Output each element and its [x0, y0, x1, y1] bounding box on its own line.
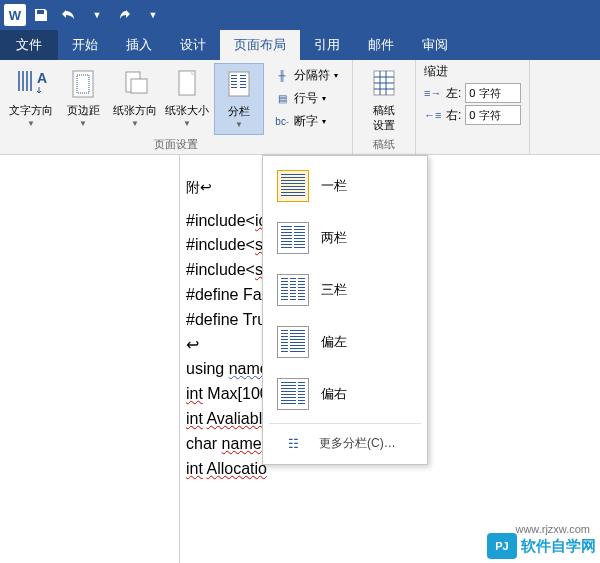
menu-separator: [269, 423, 421, 424]
indent-left-icon: ≡→: [424, 87, 442, 99]
svg-rect-13: [240, 78, 246, 79]
qat-customize[interactable]: ▼: [140, 2, 166, 28]
ribbon-tabs: 文件 开始 插入 设计 页面布局 引用 邮件 审阅: [0, 30, 600, 60]
title-bar: W ▼ ▼: [0, 0, 600, 30]
columns-more-icon: ☷: [277, 437, 309, 451]
size-icon: [171, 65, 203, 101]
indent-header: 缩进: [424, 63, 521, 80]
svg-rect-10: [231, 84, 237, 85]
columns-right[interactable]: 偏右: [263, 368, 427, 420]
columns-dropdown-menu: 一栏 两栏 三栏 偏左 偏右 ☷ 更多分栏(C)…: [262, 155, 428, 465]
columns-one-icon: [277, 170, 309, 202]
text-direction-icon: A: [15, 65, 47, 101]
tab-insert[interactable]: 插入: [112, 30, 166, 60]
hyphenation-label: 断字: [294, 113, 318, 130]
columns-left-icon: [277, 326, 309, 358]
tab-review[interactable]: 审阅: [408, 30, 462, 60]
indent-left-label: 左:: [446, 85, 461, 102]
word-icon: W: [4, 4, 26, 26]
undo-dropdown[interactable]: ▼: [84, 2, 110, 28]
manuscript-group: 稿纸 设置 稿纸: [353, 60, 416, 154]
watermark: PJ 软件自学网: [487, 533, 596, 559]
columns-three[interactable]: 三栏: [263, 264, 427, 316]
columns-left[interactable]: 偏左: [263, 316, 427, 368]
line-numbers-button[interactable]: ▤ 行号 ▾: [270, 88, 342, 109]
indent-group: 缩进 ≡→ 左: ←≡ 右:: [416, 60, 530, 154]
text-direction-button[interactable]: A 文字方向 ▼: [6, 63, 56, 135]
columns-three-icon: [277, 274, 309, 306]
size-label: 纸张大小: [165, 103, 209, 118]
svg-rect-14: [240, 81, 246, 82]
columns-one[interactable]: 一栏: [263, 160, 427, 212]
save-button[interactable]: [28, 2, 54, 28]
columns-more[interactable]: ☷ 更多分栏(C)…: [263, 427, 427, 460]
margins-icon: [67, 65, 99, 101]
text-direction-label: 文字方向: [9, 103, 53, 118]
dropdown-caret: ▾: [334, 71, 338, 80]
ribbon: A 文字方向 ▼ 页边距 ▼ 纸张方向 ▼: [0, 60, 600, 155]
line-numbers-icon: ▤: [274, 92, 290, 106]
dropdown-caret: ▾: [322, 94, 326, 103]
indent-left-input[interactable]: [465, 83, 521, 103]
tab-file[interactable]: 文件: [0, 30, 58, 60]
columns-two-label: 两栏: [321, 229, 347, 247]
dropdown-caret: ▼: [131, 119, 139, 128]
columns-icon: [223, 66, 255, 102]
manuscript-label: 稿纸: [373, 103, 395, 118]
undo-button[interactable]: [56, 2, 82, 28]
indent-right-label: 右:: [446, 107, 461, 124]
tab-home[interactable]: 开始: [58, 30, 112, 60]
manuscript-group-label: 稿纸: [359, 135, 409, 152]
document-left-margin: [0, 155, 180, 563]
orientation-button[interactable]: 纸张方向 ▼: [110, 63, 160, 135]
breaks-label: 分隔符: [294, 67, 330, 84]
size-button[interactable]: 纸张大小 ▼: [162, 63, 212, 135]
columns-left-label: 偏左: [321, 333, 347, 351]
svg-rect-8: [231, 78, 237, 79]
tab-mailings[interactable]: 邮件: [354, 30, 408, 60]
margins-button[interactable]: 页边距 ▼: [58, 63, 108, 135]
dropdown-caret: ▼: [27, 119, 35, 128]
columns-right-icon: [277, 378, 309, 410]
dropdown-caret: ▼: [235, 120, 243, 129]
tab-references[interactable]: 引用: [300, 30, 354, 60]
svg-rect-16: [240, 87, 246, 88]
manuscript-settings-label: 设置: [373, 118, 395, 133]
line-numbers-label: 行号: [294, 90, 318, 107]
tab-design[interactable]: 设计: [166, 30, 220, 60]
dropdown-caret: ▼: [79, 119, 87, 128]
manuscript-icon: [368, 65, 400, 101]
tab-layout[interactable]: 页面布局: [220, 30, 300, 60]
breaks-icon: ╫: [274, 69, 290, 83]
page-setup-group: A 文字方向 ▼ 页边距 ▼ 纸张方向 ▼: [0, 60, 353, 154]
redo-button[interactable]: [112, 2, 138, 28]
columns-one-label: 一栏: [321, 177, 347, 195]
columns-more-label: 更多分栏(C)…: [319, 435, 396, 452]
breaks-button[interactable]: ╫ 分隔符 ▾: [270, 65, 342, 86]
columns-three-label: 三栏: [321, 281, 347, 299]
watermark-logo: PJ: [487, 533, 517, 559]
columns-right-label: 偏右: [321, 385, 347, 403]
orientation-label: 纸张方向: [113, 103, 157, 118]
columns-two[interactable]: 两栏: [263, 212, 427, 264]
watermark-text: 软件自学网: [521, 537, 596, 556]
svg-rect-12: [240, 75, 246, 76]
columns-two-icon: [277, 222, 309, 254]
dropdown-caret: ▾: [322, 117, 326, 126]
svg-rect-9: [231, 81, 237, 82]
hyphenation-icon: bc-: [274, 115, 290, 129]
columns-label: 分栏: [228, 104, 250, 119]
indent-right-input[interactable]: [465, 105, 521, 125]
svg-rect-7: [231, 75, 237, 76]
indent-right-icon: ←≡: [424, 109, 442, 121]
svg-rect-11: [231, 87, 237, 88]
svg-rect-15: [240, 84, 246, 85]
orientation-icon: [119, 65, 151, 101]
page-setup-group-label: 页面设置: [6, 135, 346, 152]
manuscript-button[interactable]: 稿纸 设置: [359, 63, 409, 135]
margins-label: 页边距: [67, 103, 100, 118]
columns-button[interactable]: 分栏 ▼: [214, 63, 264, 135]
svg-rect-4: [131, 79, 147, 93]
dropdown-caret: ▼: [183, 119, 191, 128]
hyphenation-button[interactable]: bc- 断字 ▾: [270, 111, 342, 132]
